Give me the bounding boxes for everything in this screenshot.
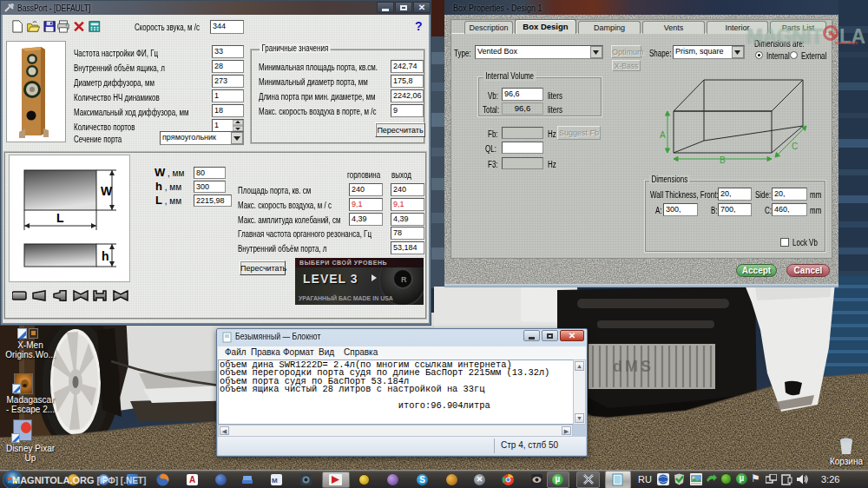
- svg-text:h: h: [102, 249, 109, 263]
- svg-text:B: B: [720, 155, 726, 165]
- svg-text:dMS: dMS: [613, 358, 654, 375]
- svg-text:M: M: [272, 477, 278, 485]
- svg-text:W: W: [101, 184, 113, 198]
- svg-text:L: L: [56, 211, 64, 225]
- svg-text:C: C: [792, 142, 798, 151]
- svg-text:A: A: [660, 130, 666, 140]
